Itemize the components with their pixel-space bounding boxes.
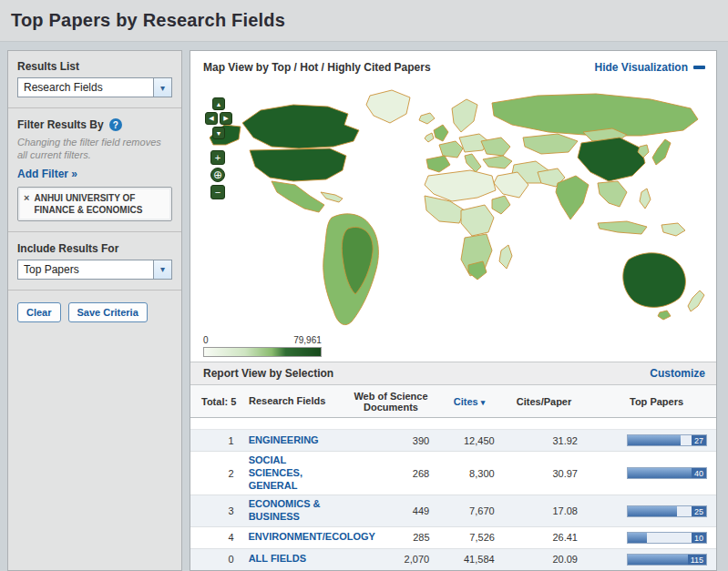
cites-cell: 7,670 bbox=[435, 503, 500, 519]
column-header-research-fields[interactable]: Research Fields bbox=[243, 393, 345, 411]
top-papers-value: 25 bbox=[692, 506, 706, 516]
top-papers-value: 27 bbox=[692, 435, 706, 445]
rank-cell: 3 bbox=[190, 503, 243, 519]
filter-results-by-label: Filter Results By bbox=[17, 118, 104, 131]
documents-cell: 285 bbox=[345, 529, 436, 546]
pan-right-icon[interactable]: ▶ bbox=[220, 112, 232, 125]
table-row: 0 ALL FIELDS 2,070 41,584 20.09 115 bbox=[190, 549, 716, 571]
table-row: 1 ENGINEERING 390 12,450 31.92 27 bbox=[190, 430, 716, 452]
results-list-label: Results List bbox=[17, 60, 172, 73]
choropleth-map[interactable] bbox=[190, 85, 716, 332]
top-papers-bar: 40 bbox=[627, 467, 707, 479]
include-results-label: Include Results For bbox=[17, 242, 172, 255]
top-papers-value: 115 bbox=[688, 555, 706, 565]
zoom-in-button[interactable]: + bbox=[210, 150, 225, 165]
legend-gradient-bar bbox=[203, 347, 322, 357]
world-map[interactable]: ▲ ◀ ▶ ▼ + ⊕ − 0 79,961 bbox=[190, 83, 716, 362]
content-area: Results List Research Fields ▾ Filter Re… bbox=[0, 42, 728, 571]
zoom-out-button[interactable]: − bbox=[210, 185, 225, 199]
filter-note: Changing the filter field removes all cu… bbox=[17, 136, 172, 162]
cites-per-paper-cell: 20.09 bbox=[500, 551, 583, 567]
documents-cell: 2,070 bbox=[344, 551, 435, 567]
top-papers-bar: 10 bbox=[627, 532, 707, 544]
main-panel: Map View by Top / Hot / Highly Cited Pap… bbox=[190, 50, 717, 571]
customize-link[interactable]: Customize bbox=[650, 367, 705, 380]
rank-cell: 2 bbox=[190, 465, 243, 482]
sidebar-divider bbox=[8, 107, 181, 108]
filter-tag[interactable]: × ANHUI UNIVERSITY OF FINANCE & ECONOMIC… bbox=[17, 187, 172, 221]
documents-cell: 268 bbox=[344, 465, 435, 482]
pan-up-icon[interactable]: ▲ bbox=[212, 97, 225, 110]
table-header-row: Total: 5 Research Fields Web of Science … bbox=[190, 385, 716, 418]
pan-left-icon[interactable]: ◀ bbox=[205, 112, 218, 125]
rank-cell: 0 bbox=[190, 551, 243, 567]
top-papers-bar: 27 bbox=[627, 434, 707, 446]
table-row: 3 ECONOMICS & BUSINESS 449 7,670 17.08 2… bbox=[190, 495, 716, 527]
chevron-down-icon[interactable]: ▾ bbox=[153, 78, 171, 97]
table-row: 4 ENVIRONMENT/ECOLOGY 285 7,526 26.41 10 bbox=[190, 527, 716, 549]
sidebar: Results List Research Fields ▾ Filter Re… bbox=[7, 50, 182, 571]
map-zoom-control: + ⊕ − bbox=[205, 150, 231, 199]
add-filter-link[interactable]: Add Filter » bbox=[17, 168, 77, 180]
include-results-select[interactable]: Top Papers ▾ bbox=[17, 260, 172, 280]
remove-filter-icon[interactable]: × bbox=[24, 192, 29, 216]
cites-per-paper-cell: 31.92 bbox=[500, 433, 583, 449]
top-papers-bar: 25 bbox=[627, 505, 707, 517]
include-results-selected-value: Top Papers bbox=[18, 263, 153, 276]
application-window: Top Papers by Research Fields Results Li… bbox=[0, 0, 728, 571]
map-legend: 0 79,961 bbox=[203, 335, 349, 357]
top-papers-value: 40 bbox=[692, 468, 706, 478]
field-link[interactable]: ALL FIELDS bbox=[249, 553, 306, 564]
cites-cell: 8,300 bbox=[435, 465, 500, 482]
cites-cell: 41,584 bbox=[435, 551, 500, 567]
page-header: Top Papers by Research Fields bbox=[0, 0, 728, 42]
field-link[interactable]: SOCIAL SCIENCES, GENERAL bbox=[249, 454, 302, 491]
documents-cell: 390 bbox=[344, 433, 435, 449]
report-view-header: Report View by Selection Customize bbox=[190, 362, 716, 385]
field-link[interactable]: ENGINEERING bbox=[249, 434, 319, 445]
map-pan-control[interactable]: ▲ ◀ ▶ ▼ bbox=[207, 97, 232, 141]
filter-tag-label: ANHUI UNIVERSITY OF FINANCE & ECONOMICS bbox=[34, 192, 166, 216]
cites-per-paper-cell: 26.41 bbox=[500, 529, 583, 546]
map-view-header: Map View by Top / Hot / Highly Cited Pap… bbox=[190, 51, 716, 83]
save-criteria-button[interactable]: Save Criteria bbox=[68, 302, 148, 322]
sort-desc-icon[interactable]: ▾ bbox=[481, 398, 486, 407]
sidebar-actions: Clear Save Criteria bbox=[17, 302, 172, 322]
cites-cell: 12,450 bbox=[435, 433, 500, 449]
hide-visualization-link[interactable]: Hide Visualization bbox=[595, 61, 705, 74]
column-header-top-papers[interactable]: Top Papers bbox=[586, 393, 716, 410]
report-view-title: Report View by Selection bbox=[203, 367, 333, 380]
cites-per-paper-cell: 17.08 bbox=[500, 503, 583, 519]
results-table: Total: 5 Research Fields Web of Science … bbox=[190, 385, 716, 571]
top-papers-bar: 115 bbox=[627, 554, 707, 566]
help-icon[interactable]: ? bbox=[109, 118, 122, 131]
column-header-documents[interactable]: Web of Science Documents bbox=[345, 388, 436, 415]
table-row: 2 SOCIAL SCIENCES, GENERAL 268 8,300 30.… bbox=[190, 452, 716, 495]
table-spacer-row bbox=[190, 418, 716, 430]
sidebar-divider bbox=[8, 290, 181, 291]
results-list-selected-value: Research Fields bbox=[18, 81, 153, 94]
legend-max-value: 79,961 bbox=[293, 335, 322, 345]
legend-min-value: 0 bbox=[203, 335, 209, 345]
results-list-select[interactable]: Research Fields ▾ bbox=[17, 77, 172, 97]
chevron-down-icon[interactable]: ▾ bbox=[153, 260, 171, 279]
sidebar-divider bbox=[8, 231, 181, 232]
hide-visualization-label: Hide Visualization bbox=[595, 61, 688, 74]
cites-cell: 7,526 bbox=[436, 529, 500, 546]
collapse-icon[interactable] bbox=[693, 66, 705, 69]
rank-cell: 4 bbox=[190, 529, 243, 546]
top-papers-value: 10 bbox=[692, 533, 706, 543]
field-link[interactable]: ECONOMICS & BUSINESS bbox=[249, 498, 321, 522]
documents-cell: 449 bbox=[344, 503, 435, 519]
map-controls: ▲ ◀ ▶ ▼ + ⊕ − bbox=[205, 97, 231, 199]
column-header-cites[interactable]: Cites▾ bbox=[436, 393, 502, 410]
map-view-title: Map View by Top / Hot / Highly Cited Pap… bbox=[203, 61, 431, 74]
rank-cell: 1 bbox=[190, 433, 243, 449]
column-header-cites-per-paper[interactable]: Cites/Paper bbox=[502, 393, 586, 410]
cites-per-paper-cell: 30.97 bbox=[500, 465, 583, 482]
pan-down-icon[interactable]: ▼ bbox=[212, 127, 225, 139]
clear-button[interactable]: Clear bbox=[17, 302, 61, 322]
globe-reset-button[interactable]: ⊕ bbox=[210, 168, 225, 182]
total-count: Total: 5 bbox=[190, 393, 243, 410]
page-title: Top Papers by Research Fields bbox=[11, 10, 285, 31]
